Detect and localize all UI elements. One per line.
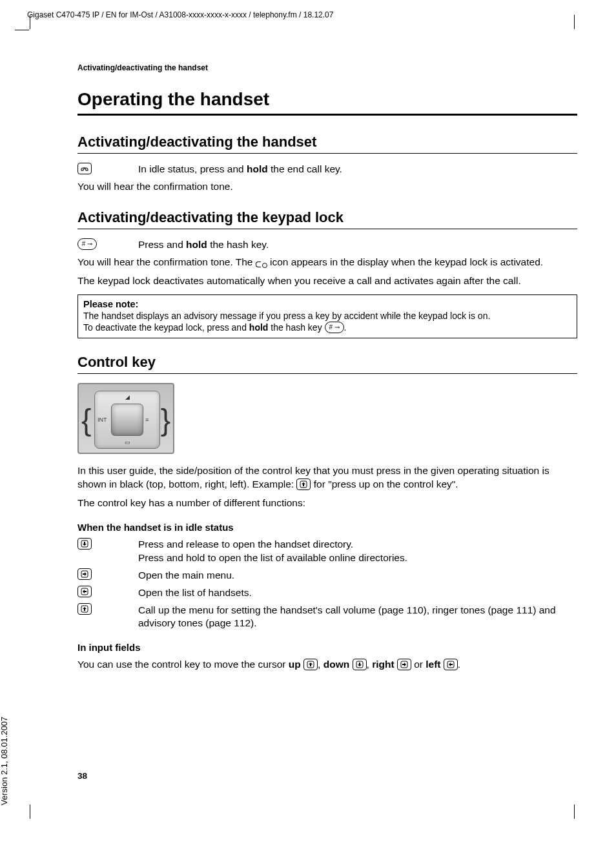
running-head: Activating/deactivating the handset (77, 63, 577, 72)
instruction-text: Open the main menu. (138, 569, 577, 582)
nav-down-icon (77, 538, 129, 565)
volume-icon: ◢ (102, 394, 152, 400)
subsection-idle-status: When the handset is in idle status (77, 522, 577, 533)
instruction-row: Open the main menu. (77, 569, 577, 582)
menu-icon: ≡ (145, 417, 149, 423)
hash-key-icon: # ⊸ (325, 322, 344, 333)
body-text: You will hear the confirmation tone. (77, 180, 577, 194)
body-text: You will hear the confirmation tone. The… (77, 256, 577, 269)
instruction-text: Press and release to open the handset di… (138, 538, 577, 565)
instruction-text: Open the list of handsets. (138, 586, 577, 600)
note-body: The handset displays an advisory message… (83, 310, 571, 334)
nav-left-icon (77, 586, 129, 600)
section-title-activating-handset: Activating/deactivating the handset (77, 134, 577, 154)
subsection-input-fields: In input fields (77, 642, 577, 653)
nav-up-icon (303, 659, 318, 670)
hash-key-icon: # ⊸ (77, 238, 129, 252)
instruction-row: Open the list of handsets. (77, 586, 577, 600)
end-call-key-icon (77, 163, 129, 176)
nav-down-icon (353, 659, 367, 670)
nav-up-icon (77, 604, 129, 631)
note-box: Please note: The handset displays an adv… (77, 294, 577, 338)
instruction-text: Call up the menu for setting the handset… (138, 604, 577, 631)
body-text: You can use the control key to move the … (77, 658, 577, 672)
instruction-row: Press and release to open the handset di… (77, 538, 577, 565)
body-text: The keypad lock deactivates automaticall… (77, 274, 577, 288)
page-number: 38 (77, 771, 87, 781)
control-key-image: { } ◢ INT ≡ ▭ (77, 383, 174, 454)
int-label: INT (98, 417, 107, 423)
nav-left-icon (444, 659, 458, 670)
nav-right-icon (397, 659, 411, 670)
instruction-text: In idle status, press and hold the end c… (138, 163, 577, 176)
instruction-row: Call up the menu for setting the handset… (77, 604, 577, 631)
instruction-text: Press and hold the hash key. (138, 238, 577, 252)
directory-icon: ▭ (102, 439, 152, 446)
body-text: The control key has a number of differen… (77, 497, 577, 510)
version-label: Version 2.1, 08.01.2007 (0, 717, 9, 805)
note-title: Please note: (83, 299, 571, 309)
section-title-keypad-lock: Activating/deactivating the keypad lock (77, 209, 577, 229)
nav-up-icon (296, 479, 311, 490)
lock-icon (256, 260, 267, 266)
body-text: In this user guide, the side/position of… (77, 464, 577, 491)
nav-right-icon (77, 569, 129, 582)
section-title-control-key: Control key (77, 354, 577, 374)
page-title: Operating the handset (77, 89, 577, 116)
